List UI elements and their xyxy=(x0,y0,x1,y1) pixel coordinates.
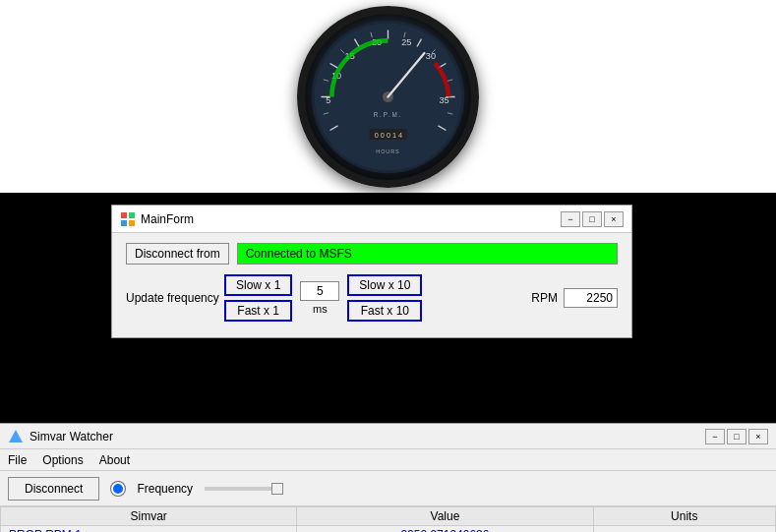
svg-rect-33 xyxy=(129,212,135,218)
frequency-slider[interactable] xyxy=(205,487,283,491)
freq-buttons-left: Slow x 1 Fast x 1 xyxy=(224,274,292,322)
slow-x10-button[interactable]: Slow x 10 xyxy=(347,274,422,296)
mainform-title-controls: − □ × xyxy=(561,211,624,227)
svg-text:0 0 0 1 4: 0 0 0 1 4 xyxy=(375,131,402,140)
ms-input[interactable]: 5 xyxy=(300,281,339,301)
fast-x10-button[interactable]: Fast x 10 xyxy=(347,300,422,322)
freq-ms-section: 5 ms xyxy=(300,281,339,315)
col-header-units: Units xyxy=(593,507,775,526)
mainform-minimize-button[interactable]: − xyxy=(561,211,580,227)
svg-text:5: 5 xyxy=(326,95,330,105)
svg-text:30: 30 xyxy=(426,50,436,60)
mainform-title-left: MainForm xyxy=(120,211,194,227)
update-frequency-label: Update frequency xyxy=(126,291,224,305)
mainform-close-button[interactable]: × xyxy=(604,211,624,227)
table-row: PROP RPM:12250.971349626rpm xyxy=(1,526,776,533)
simvar-app-icon xyxy=(8,429,24,444)
frequency-row: Update frequency Slow x 1 Fast x 1 5 ms … xyxy=(126,274,618,322)
simvar-units-cell[interactable]: rpm xyxy=(593,526,775,533)
slow-x1-button[interactable]: Slow x 1 xyxy=(224,274,292,296)
svg-rect-35 xyxy=(129,220,135,226)
frequency-slider-thumb xyxy=(271,483,283,495)
mainform-content: Disconnect from Connected to MSFS Update… xyxy=(112,233,631,337)
simvar-title-controls: − □ × xyxy=(705,429,768,444)
frequency-label: Frequency xyxy=(137,482,193,496)
simvar-titlebar: Simvar Watcher − □ × xyxy=(0,424,776,449)
black-separator xyxy=(0,408,776,423)
simvar-menubar: File Options About xyxy=(0,449,776,471)
table-header-row: Simvar Value Units xyxy=(1,507,776,526)
fast-x1-button[interactable]: Fast x 1 xyxy=(224,300,292,322)
mainform-title-text: MainForm xyxy=(141,212,194,226)
col-header-simvar: Simvar xyxy=(1,507,297,526)
connection-row: Disconnect from Connected to MSFS xyxy=(126,243,618,265)
simvar-minimize-button[interactable]: − xyxy=(705,429,725,444)
disconnect-from-button[interactable]: Disconnect from xyxy=(126,243,229,265)
radio-indicator xyxy=(111,482,125,496)
rpm-gauge: 10 5 15 20 25 30 35 R.P.M. 0 0 0 1 4 xyxy=(297,6,479,188)
svg-text:35: 35 xyxy=(440,95,449,105)
connection-status: Connected to MSFS xyxy=(237,243,618,265)
col-header-value: Value xyxy=(297,507,593,526)
mainform-titlebar: MainForm − □ × xyxy=(112,206,631,233)
svg-rect-32 xyxy=(121,212,127,218)
simvar-maximize-button[interactable]: □ xyxy=(727,429,746,444)
simvar-title-left: Simvar Watcher xyxy=(8,429,113,444)
freq-buttons-right: Slow x 10 Fast x 10 xyxy=(347,274,422,322)
mainform-maximize-button[interactable]: □ xyxy=(582,211,602,227)
simvar-title-text: Simvar Watcher xyxy=(30,430,113,443)
ms-label: ms xyxy=(313,303,328,315)
simvar-watcher-window: Simvar Watcher − □ × File Options About … xyxy=(0,423,776,532)
top-area: 10 5 15 20 25 30 35 R.P.M. 0 0 0 1 4 xyxy=(0,0,776,193)
svg-rect-34 xyxy=(121,220,127,226)
menu-file[interactable]: File xyxy=(4,452,30,468)
mainform-app-icon xyxy=(120,211,136,227)
menu-options[interactable]: Options xyxy=(38,452,87,468)
simvar-disconnect-button[interactable]: Disconnect xyxy=(8,477,99,501)
simvar-table: Simvar Value Units PROP RPM:12250.971349… xyxy=(0,506,776,532)
simvar-toolbar: Disconnect Frequency xyxy=(0,471,776,506)
svg-text:HOURS: HOURS xyxy=(376,148,399,153)
simvar-name-cell[interactable]: PROP RPM:1 xyxy=(1,526,297,533)
svg-text:R.P.M.: R.P.M. xyxy=(374,111,403,118)
gauge-svg: 10 5 15 20 25 30 35 R.P.M. 0 0 0 1 4 xyxy=(305,14,471,180)
simvar-value-cell[interactable]: 2250.971349626 xyxy=(297,526,593,533)
svg-text:25: 25 xyxy=(401,36,411,46)
menu-about[interactable]: About xyxy=(95,452,134,468)
simvar-close-button[interactable]: × xyxy=(748,429,768,444)
svg-marker-36 xyxy=(9,430,23,443)
rpm-section: RPM 2250 xyxy=(531,288,618,308)
mainform-dialog: MainForm − □ × Disconnect from Connected… xyxy=(111,205,632,338)
rpm-label: RPM xyxy=(531,291,558,305)
rpm-value: 2250 xyxy=(564,288,618,308)
